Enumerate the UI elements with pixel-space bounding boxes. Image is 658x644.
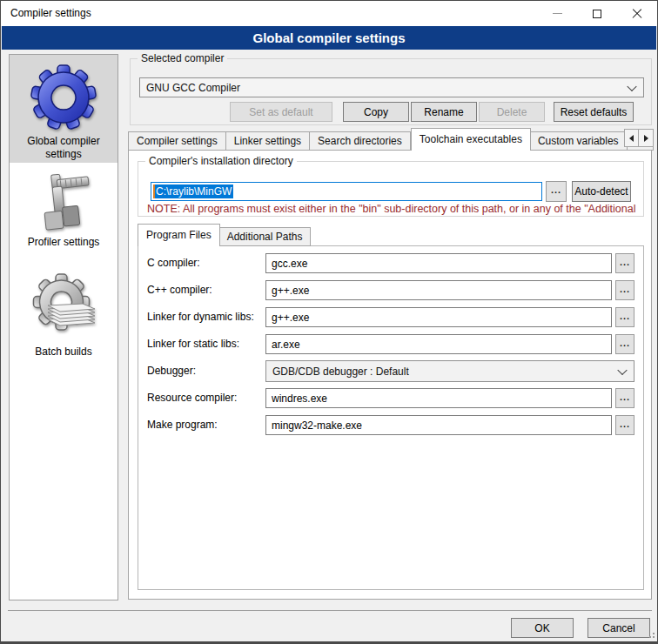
titlebar: Compiler settings [1,1,657,26]
browse-resource-compiler-button[interactable]: ... [615,388,634,408]
auto-detect-button[interactable]: Auto-detect [572,181,631,202]
debugger-label: Debugger: [147,365,196,377]
tab-linker-settings[interactable]: Linker settings [226,131,310,151]
installation-directory-group: Compiler's installation directory C:\ray… [138,161,644,217]
tab-scroll-left-button[interactable] [624,129,639,147]
toolchain-executables-panel: Compiler's installation directory C:\ray… [128,150,652,600]
c-compiler-input[interactable] [265,253,612,273]
compiler-select-value: GNU GCC Compiler [146,82,240,94]
cpp-compiler-label: C++ compiler: [147,284,212,296]
sidebar-item-batch-builds[interactable]: Batch builds [10,265,118,363]
linker-dynamic-input[interactable] [265,307,612,327]
cpp-compiler-input[interactable] [265,280,612,300]
settings-tabbar: Compiler settings Linker settings Search… [128,128,654,151]
close-button[interactable] [617,1,657,26]
blue-gear-icon [29,63,98,132]
tab-scroll-right-button[interactable] [639,129,654,147]
group-label: Selected compiler [138,52,227,64]
browse-install-dir-button[interactable]: ... [546,181,567,202]
reset-defaults-button[interactable]: Reset defaults [554,102,634,122]
footer-divider [8,610,652,611]
browse-c-compiler-button[interactable]: ... [615,253,634,273]
page-title: Global compiler settings [2,26,656,50]
tab-program-files[interactable]: Program Files [138,224,220,246]
make-program-label: Make program: [147,419,218,431]
sidebar-item-global-compiler-settings[interactable]: Global compiler settings [10,55,118,163]
resource-compiler-label: Resource compiler: [147,392,237,404]
rename-button[interactable]: Rename [411,102,477,122]
compiler-settings-dialog: Compiler settings Global compiler settin… [0,0,658,644]
linker-static-input[interactable] [265,334,612,354]
tab-toolchain-executables[interactable]: Toolchain executables [411,128,531,151]
linker-static-label: Linker for static libs: [147,338,239,350]
install-dir-selected-text: C:\raylib\MinGW [155,184,233,198]
maximize-button[interactable] [577,1,617,26]
ok-button[interactable]: OK [511,618,574,638]
minimize-icon [553,13,562,14]
compiler-select[interactable]: GNU GCC Compiler [139,77,644,97]
tab-compiler-settings[interactable]: Compiler settings [128,131,226,151]
install-dir-input[interactable]: C:\raylib\MinGW [151,182,542,201]
browse-linker-static-button[interactable]: ... [615,334,634,354]
debugger-select-value: GDB/CDB debugger : Default [272,366,409,378]
maximize-icon [593,10,601,18]
minimize-button[interactable] [537,1,577,26]
sidebar-item-label: Batch builds [10,345,118,359]
tab-custom-variables[interactable]: Custom variables [530,131,628,151]
set-as-default-button[interactable]: Set as default [230,102,332,122]
arrow-right-icon [644,135,648,142]
delete-button[interactable]: Delete [479,102,545,122]
copy-button[interactable]: Copy [343,102,409,122]
bin-subdirectory-note: NOTE: All programs must exist either in … [147,203,641,215]
cancel-button[interactable]: Cancel [588,618,650,638]
sidebar-item-label: Global compiler settings [10,135,118,161]
tab-search-directories[interactable]: Search directories [310,131,411,151]
caliper-icon [33,172,94,233]
tab-scroll-arrows [624,129,654,147]
sidebar-item-profiler-settings[interactable]: Profiler settings [10,170,118,255]
program-files-tabbar: Program Files Additional Paths [138,224,311,246]
program-files-panel: C compiler: ... C++ compiler: ... Linker… [138,245,644,590]
linker-dynamic-label: Linker for dynamic libs: [147,311,254,323]
chevron-down-icon [627,81,636,91]
chevron-down-icon [617,365,627,374]
c-compiler-label: C compiler: [147,257,200,269]
browse-cpp-compiler-button[interactable]: ... [615,280,634,300]
selected-compiler-group: Selected compiler GNU GCC Compiler Set a… [130,58,652,125]
sidebar-item-label: Profiler settings [10,236,118,249]
browse-make-program-button[interactable]: ... [615,415,634,435]
window-title: Compiler settings [10,7,91,19]
debugger-select[interactable]: GDB/CDB debugger : Default [265,360,634,382]
sidebar: Global compiler settings [9,54,118,600]
caption-buttons [537,1,657,26]
resource-compiler-input[interactable] [265,388,612,408]
group-label: Compiler's installation directory [145,155,297,167]
browse-linker-dynamic-button[interactable]: ... [615,307,634,327]
close-icon [632,9,642,19]
tab-additional-paths[interactable]: Additional Paths [219,227,312,246]
arrow-left-icon [629,135,634,142]
resize-grip[interactable] [646,629,655,638]
gray-gear-stack-icon [27,269,100,342]
make-program-input[interactable] [265,415,612,435]
